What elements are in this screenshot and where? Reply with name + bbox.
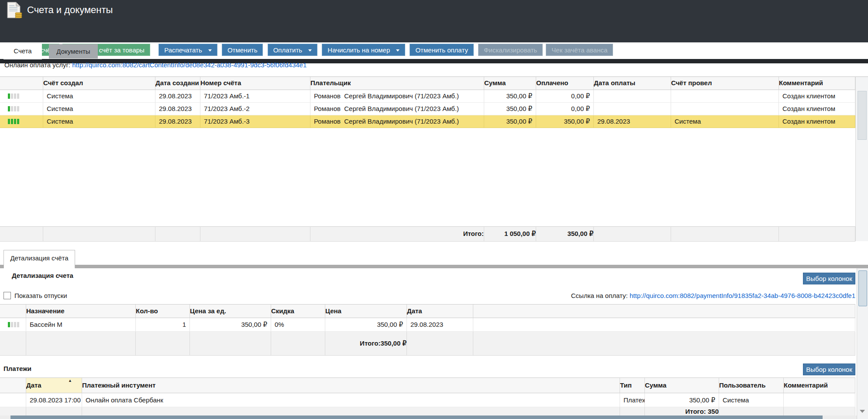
pay-date-cell: 29.08.2023 bbox=[594, 115, 671, 128]
column-header-label: Дата bbox=[26, 381, 41, 389]
table-row[interactable]: Бассейн М 1 350,00 ₽ 0% 350,00 ₽ 29.08.2… bbox=[0, 318, 855, 332]
column-header-instrument[interactable]: Платежный инстумент bbox=[82, 378, 620, 393]
totals-paid: 350,00 ₽ bbox=[536, 226, 594, 242]
status-cell bbox=[0, 393, 26, 407]
amount-cell: 350,00 ₽ bbox=[484, 115, 536, 128]
comment-cell: Создан клиентом bbox=[779, 103, 855, 115]
online-payment-line: Онлайн оплата услуг: http://quirco.com:8… bbox=[4, 60, 307, 70]
payments-totals-label: Итого: 350 bbox=[645, 407, 719, 416]
comment-cell: Создан клиентом bbox=[779, 90, 855, 103]
date-created-cell: 29.08.2023 bbox=[155, 103, 200, 115]
online-payment-label: Онлайн оплата услуг: bbox=[4, 61, 72, 69]
window-title: Счета и документы bbox=[27, 4, 113, 16]
table-row[interactable]: 29.08.2023 17:00 Онлайн оплата Сбербанк … bbox=[0, 393, 855, 407]
column-header-processed-by[interactable]: Счёт провел bbox=[671, 77, 779, 90]
dropdown-arrow-icon bbox=[208, 49, 212, 52]
panel-splitter[interactable] bbox=[0, 265, 868, 268]
totals-label: Итого: bbox=[310, 226, 484, 242]
qty-cell: 1 bbox=[136, 318, 190, 332]
column-header-date-created[interactable]: Дата создани bbox=[155, 77, 200, 90]
payment-info-link[interactable]: http://quirco.com:8082/paymentInfo/91835… bbox=[630, 292, 855, 299]
type-cell: Платеж bbox=[620, 393, 645, 407]
column-header-comment[interactable]: Комментарий bbox=[779, 77, 855, 90]
column-header-date-sorted[interactable]: Дата▲ bbox=[26, 378, 82, 393]
pay-button[interactable]: Оплатить bbox=[268, 44, 318, 56]
details-panel-vertical-scrollbar bbox=[857, 268, 868, 419]
invoices-toolbar: Добавить счёт Добавить счёт за товары Ра… bbox=[0, 42, 868, 59]
table-row[interactable]: Система 29.08.2023 71/2023 Амб.-2 Романо… bbox=[0, 103, 855, 115]
button-label: Отменить bbox=[227, 46, 258, 54]
button-label: Распечатать bbox=[164, 46, 202, 54]
charge-to-number-button[interactable]: Начислить на номер bbox=[322, 44, 405, 56]
scrollbar-thumb[interactable] bbox=[10, 416, 823, 419]
totals-amount: 1 050,00 ₽ bbox=[484, 226, 536, 242]
detail-section-title: Детализация счета bbox=[12, 272, 73, 279]
payments-column-chooser-button[interactable]: Выбор колонок bbox=[803, 364, 855, 375]
column-header-comment[interactable]: Комментарий bbox=[784, 378, 855, 393]
column-header-pay-date[interactable]: Дата оплаты bbox=[594, 77, 671, 90]
column-header-status[interactable] bbox=[0, 305, 26, 318]
invoices-grid: Счёт создал Дата создани Номер счёта Пла… bbox=[0, 76, 855, 242]
processed-by-cell: Система bbox=[671, 115, 779, 128]
processed-by-cell bbox=[671, 90, 779, 103]
unit-price-cell: 350,00 ₽ bbox=[190, 318, 271, 332]
button-label: Отменить оплату bbox=[415, 46, 468, 54]
column-header-paid[interactable]: Оплачено bbox=[536, 77, 594, 90]
invoices-grid-totals-row: Итого: 1 050,00 ₽ 350,00 ₽ bbox=[0, 226, 855, 242]
status-cell bbox=[0, 115, 43, 128]
tab-documents[interactable]: Документы bbox=[49, 44, 98, 59]
horizontal-scrollbar bbox=[0, 416, 857, 419]
column-header-user[interactable]: Пользователь bbox=[719, 378, 784, 393]
column-header-status[interactable] bbox=[0, 77, 43, 90]
scroll-down-arrow-icon[interactable] bbox=[860, 410, 865, 413]
column-header-amount[interactable]: Сумма bbox=[645, 378, 719, 393]
detail-totals-label: Итого:350,00 ₽ bbox=[325, 332, 407, 356]
scrollbar-thumb[interactable] bbox=[858, 91, 867, 140]
column-header-type[interactable]: Тип bbox=[620, 378, 645, 393]
tab-invoices[interactable]: Счета bbox=[3, 43, 42, 59]
payer-cell: Романов Сергей Владимирович (71/2023 Амб… bbox=[310, 90, 484, 103]
column-header-number[interactable]: Номер счёта bbox=[200, 77, 310, 90]
grid-empty-area bbox=[0, 128, 855, 226]
cancel-payment-button[interactable]: Отменить оплату bbox=[410, 44, 473, 56]
column-header-amount[interactable]: Сумма bbox=[484, 77, 536, 90]
tab-invoice-details[interactable]: Детализация счёта bbox=[3, 250, 75, 268]
column-header-empty bbox=[473, 305, 855, 318]
instrument-cell: Онлайн оплата Сбербанк bbox=[82, 393, 620, 407]
column-header-unit-price[interactable]: Цена за ед. bbox=[190, 305, 271, 318]
detail-grid: Назначение Кол-во Цена за ед. Скидка Цен… bbox=[0, 304, 855, 356]
comment-cell bbox=[784, 393, 855, 407]
column-header-purpose[interactable]: Назначение bbox=[26, 305, 136, 318]
date-cell: 29.08.2023 17:00 bbox=[26, 393, 82, 407]
cancel-button[interactable]: Отменить bbox=[222, 44, 263, 56]
status-cell bbox=[0, 103, 43, 115]
column-header-status[interactable] bbox=[0, 378, 26, 393]
invoices-grid-vertical-scrollbar bbox=[855, 76, 868, 241]
show-vacations-checkbox[interactable] bbox=[3, 292, 11, 299]
column-header-date[interactable]: Дата bbox=[407, 305, 473, 318]
button-label: Оплатить bbox=[273, 46, 303, 54]
column-header-price[interactable]: Цена bbox=[325, 305, 407, 318]
status-bars-icon bbox=[3, 103, 19, 115]
processed-by-cell bbox=[671, 103, 779, 115]
column-header-qty[interactable]: Кол-во bbox=[136, 305, 190, 318]
paid-cell: 0,00 ₽ bbox=[536, 103, 594, 115]
table-row-selected[interactable]: Система 29.08.2023 71/2023 Амб.-3 Романо… bbox=[0, 115, 855, 128]
fiscalize-button: Фискализировать bbox=[478, 44, 543, 56]
column-header-created-by[interactable]: Счёт создал bbox=[43, 77, 155, 90]
dropdown-arrow-icon bbox=[308, 49, 312, 52]
scrollbar-thumb[interactable] bbox=[858, 270, 867, 306]
detail-column-chooser-button[interactable]: Выбор колонок bbox=[803, 273, 855, 284]
print-button[interactable]: Распечатать bbox=[158, 44, 217, 56]
cart-content-link[interactable]: http://quirco.com:8082/cartContentInfo/d… bbox=[72, 61, 307, 69]
advance-offset-check-button: Чек зачёта аванса bbox=[546, 44, 613, 56]
table-row[interactable]: Система 29.08.2023 71/2023 Амб.-1 Романо… bbox=[0, 90, 855, 103]
amount-cell: 350,00 ₽ bbox=[484, 103, 536, 115]
paid-cell: 350,00 ₽ bbox=[536, 115, 594, 128]
column-header-discount[interactable]: Скидка bbox=[271, 305, 325, 318]
window-titlebar: Счета и документы bbox=[0, 0, 868, 21]
column-header-payer[interactable]: Плательщик bbox=[310, 77, 484, 90]
payments-section-title: Платежи bbox=[3, 365, 31, 372]
pay-date-cell bbox=[594, 90, 671, 103]
payments-grid: Дата▲ Платежный инстумент Тип Сумма Поль… bbox=[0, 377, 855, 416]
